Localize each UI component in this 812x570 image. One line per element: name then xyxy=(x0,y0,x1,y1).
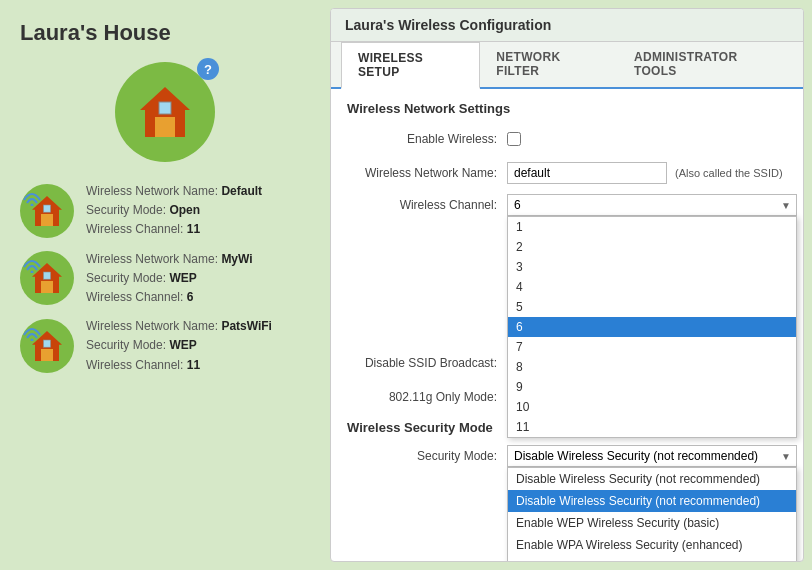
svg-point-10 xyxy=(31,271,34,274)
network-name-input[interactable] xyxy=(507,162,667,184)
security-chevron-down-icon: ▼ xyxy=(781,451,791,462)
svg-rect-8 xyxy=(41,281,53,293)
channel-dropdown-wrapper: 6 ▼ 1234567891011 xyxy=(507,194,797,216)
channel-option-1[interactable]: 1 xyxy=(508,217,796,237)
network-icon-1 xyxy=(20,251,74,305)
channel-dropdown-list: 1234567891011 xyxy=(507,216,797,438)
security-selected-value: Disable Wireless Security (not recommend… xyxy=(514,449,758,463)
svg-point-14 xyxy=(31,338,34,341)
security-option-3[interactable]: Enable WPA Wireless Security (enhanced) xyxy=(508,534,796,556)
security-dropdown-wrapper: Disable Wireless Security (not recommend… xyxy=(507,445,797,467)
security-mode-label: Security Mode: xyxy=(347,445,507,463)
network-info-0: Wireless Network Name: Default Security … xyxy=(86,182,262,240)
security-option-2[interactable]: Enable WEP Wireless Security (basic) xyxy=(508,512,796,534)
disable-ssid-label: Disable SSID Broadcast: xyxy=(347,356,507,370)
ssid-note: (Also called the SSID) xyxy=(675,167,783,179)
network-item-2: Wireless Network Name: PatsWiFi Security… xyxy=(20,317,310,375)
svg-rect-2 xyxy=(159,102,171,114)
enable-wireless-row: Enable Wireless: xyxy=(347,126,787,152)
security-option-4[interactable]: Enable WPA2 Wireless Security (enhanced) xyxy=(508,556,796,561)
channel-option-7[interactable]: 7 xyxy=(508,337,796,357)
svg-rect-9 xyxy=(43,272,50,279)
wireless-channel-row: Wireless Channel: 6 ▼ 1234567891011 xyxy=(347,194,787,220)
network-icon-2 xyxy=(20,319,74,373)
enable-wireless-checkbox[interactable] xyxy=(507,132,521,146)
svg-rect-12 xyxy=(41,349,53,361)
network-item-1: Wireless Network Name: MyWi Security Mod… xyxy=(20,250,310,308)
security-dropdown-selected[interactable]: Disable Wireless Security (not recommend… xyxy=(507,445,797,467)
network-name-label: Wireless Network Name: xyxy=(347,166,507,180)
house-icon xyxy=(135,82,195,142)
security-dropdown-list: Disable Wireless Security (not recommend… xyxy=(507,467,797,561)
enable-wireless-control xyxy=(507,132,787,146)
network-name-row: Wireless Network Name: (Also called the … xyxy=(347,160,787,186)
channel-option-3[interactable]: 3 xyxy=(508,257,796,277)
network-icon-0 xyxy=(20,184,74,238)
page-title: Laura's House xyxy=(20,20,310,46)
channel-selected-value: 6 xyxy=(514,198,521,212)
chevron-down-icon: ▼ xyxy=(781,200,791,211)
mode-11g-label: 802.11g Only Mode: xyxy=(347,390,507,404)
channel-option-10[interactable]: 10 xyxy=(508,397,796,417)
network-item-0: Wireless Network Name: Default Security … xyxy=(20,182,310,240)
svg-rect-4 xyxy=(41,214,53,226)
security-option-1[interactable]: Disable Wireless Security (not recommend… xyxy=(508,490,796,512)
channel-dropdown-selected[interactable]: 6 ▼ xyxy=(507,194,797,216)
network-info-1: Wireless Network Name: MyWi Security Mod… xyxy=(86,250,253,308)
channel-option-8[interactable]: 8 xyxy=(508,357,796,377)
house-circle: ? xyxy=(115,62,215,162)
tab-network-filter[interactable]: NETWORK FILTER xyxy=(480,42,618,87)
network-info-2: Wireless Network Name: PatsWiFi Security… xyxy=(86,317,272,375)
tab-wireless-setup[interactable]: WIRELESS SETUP xyxy=(341,42,480,89)
channel-option-2[interactable]: 2 xyxy=(508,237,796,257)
channel-option-4[interactable]: 4 xyxy=(508,277,796,297)
security-mode-row: Security Mode: Disable Wireless Security… xyxy=(347,445,787,471)
security-option-0[interactable]: Disable Wireless Security (not recommend… xyxy=(508,468,796,490)
left-panel: Laura's House ? Wireless N xyxy=(0,0,330,570)
svg-rect-5 xyxy=(43,205,50,212)
wireless-channel-control: 6 ▼ 1234567891011 xyxy=(507,194,797,216)
tabs-bar: WIRELESS SETUP NETWORK FILTER ADMINISTRA… xyxy=(331,42,803,89)
right-panel: Laura's Wireless Configuration WIRELESS … xyxy=(330,8,804,562)
network-settings-title: Wireless Network Settings xyxy=(347,101,787,116)
panel-title: Laura's Wireless Configuration xyxy=(331,9,803,42)
channel-option-11[interactable]: 11 xyxy=(508,417,796,437)
enable-wireless-label: Enable Wireless: xyxy=(347,132,507,146)
wireless-channel-label: Wireless Channel: xyxy=(347,194,507,212)
network-list: Wireless Network Name: Default Security … xyxy=(20,182,310,375)
security-mode-control: Disable Wireless Security (not recommend… xyxy=(507,445,797,467)
house-icon-container: ? xyxy=(20,62,310,162)
channel-option-5[interactable]: 5 xyxy=(508,297,796,317)
svg-rect-1 xyxy=(155,117,175,137)
tab-admin-tools[interactable]: ADMINISTRATOR TOOLS xyxy=(618,42,793,87)
svg-rect-13 xyxy=(43,340,50,347)
svg-point-6 xyxy=(31,203,34,206)
network-name-control: (Also called the SSID) xyxy=(507,162,787,184)
channel-option-9[interactable]: 9 xyxy=(508,377,796,397)
panel-content: Wireless Network Settings Enable Wireles… xyxy=(331,89,803,561)
channel-option-6[interactable]: 6 xyxy=(508,317,796,337)
help-badge[interactable]: ? xyxy=(197,58,219,80)
